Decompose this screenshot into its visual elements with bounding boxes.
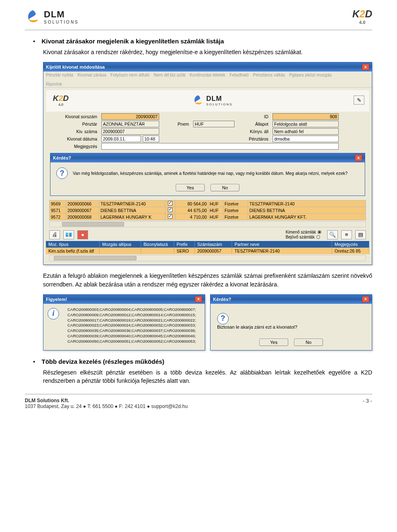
radio-bejovo[interactable]	[316, 235, 320, 239]
menu-item[interactable]: Folyószn nem átfutó	[110, 72, 150, 77]
menu-item[interactable]: Kontírozási tételek	[190, 72, 225, 77]
close-icon[interactable]: ×	[355, 155, 362, 161]
footer-company: DLM Solutions Kft.	[25, 398, 188, 403]
figyelem-list: CARO200800003;CARO200800004;CARO20080000…	[63, 304, 200, 348]
k2d-sub: 4.0	[359, 20, 365, 25]
col-header[interactable]: Megjegyzés	[332, 241, 369, 248]
scrollbar[interactable]	[49, 255, 366, 261]
footer-address: 1037 Budapest, Zay u. 24 ● T: 661 5500 ●…	[25, 403, 188, 409]
dlm-brand-text: DLM	[206, 94, 232, 103]
bullet-item-1: Kivonat zárásakor megjelenik a kiegyenlí…	[33, 38, 372, 45]
col-header[interactable]: Számlaszám	[195, 241, 232, 248]
megjegyzes-field[interactable]	[101, 143, 339, 150]
label: Pénztáros	[237, 136, 270, 141]
card-icon[interactable]: ●	[77, 230, 88, 239]
k2d-k: K	[53, 93, 59, 103]
search-icon[interactable]: 🔍	[327, 230, 338, 239]
col-header[interactable]: Mozgás altípus	[100, 241, 141, 248]
yes-button[interactable]: Yes	[176, 184, 205, 191]
label: Pnem	[162, 122, 191, 126]
label: Megjegyzés	[49, 144, 99, 149]
question-dialog: Kérdés? × ? Van még feldolgozatlan, kész…	[50, 153, 365, 196]
k2d-k: K	[352, 8, 359, 19]
bullet1-title: Kivonat zárásakor megjelenik a kiegyenlí…	[42, 38, 224, 45]
col-header[interactable]: Moz. típus	[46, 241, 100, 248]
label: Könyv. áll	[237, 129, 270, 134]
print-icon[interactable]: 🖨	[49, 230, 60, 239]
question-icon: ?	[56, 167, 68, 179]
no-button[interactable]: No	[210, 184, 239, 191]
toolbar: 🖨 💶 ● Kimenő számlák Bejövő számlák 🔍 ≡ …	[46, 228, 369, 241]
menu-item[interactable]: Pénztár nyitás	[46, 72, 74, 77]
allapot-field: Feldolgozás alatt	[273, 121, 339, 127]
filter-icon[interactable]: ▤	[355, 230, 366, 239]
question-title: Kérdés?	[53, 155, 71, 160]
close-icon[interactable]: ×	[362, 64, 369, 70]
kerdes2-dialog: Kérdés? × ? Biztosan le akarja zárni ezt…	[210, 294, 372, 351]
kivonat-sorszam-field[interactable]: 200900007	[101, 113, 159, 120]
date-field[interactable]: 2009.03.11.	[101, 136, 141, 142]
radio-kimeno[interactable]	[318, 230, 321, 234]
menu-item[interactable]: Pgépes pközi mozgás	[289, 72, 332, 77]
kivszama-field: 200900007	[101, 128, 159, 135]
form-area: Kivonat sorszám 200900007 ID 908 Pénztár…	[46, 112, 369, 151]
k2d-sub: 4.0	[58, 103, 63, 107]
k2d-logo: K2D 4.0	[352, 8, 372, 25]
edit-icon[interactable]: ✎	[354, 95, 364, 105]
label: Kiv. száma	[49, 129, 99, 134]
col-header[interactable]: Partner neve	[232, 241, 332, 248]
penztaros-field[interactable]: dmsdba	[273, 136, 339, 142]
col-header[interactable]: Bizonylatszá	[141, 241, 174, 248]
dlm-badge-icon	[25, 9, 41, 24]
bullet2-para: Részlegesen elkészült pénztár esetében i…	[43, 368, 372, 385]
yes-button[interactable]: Yes	[259, 339, 288, 346]
time-field[interactable]: 10:48	[143, 136, 159, 142]
radio-label: Kimenő számlák	[286, 230, 316, 234]
main-window: Kijelölt kivonat módosítása × Pénztár ny…	[43, 62, 372, 265]
label: Kivonat sorszám	[49, 114, 99, 119]
k2d-2: 2	[359, 8, 365, 19]
page-header: DLM SOLUTIONS K2D 4.0	[25, 8, 372, 28]
menu-item[interactable]: Riportok	[46, 81, 369, 86]
dlm-brand-sub: SOLUTIONS	[206, 103, 232, 106]
dlm-logo: DLM SOLUTIONS	[25, 9, 79, 24]
page-number: - 3 -	[363, 398, 372, 409]
list-icon[interactable]: ≡	[341, 230, 352, 239]
bullet2-title: Több deviza kezelés (részleges működés)	[42, 358, 165, 365]
table-row[interactable]: 95692009000066TESZTPARTNER-214080 564,00…	[50, 200, 366, 207]
question-text: Van még feldolgozatlan, készpénzes száml…	[73, 171, 348, 176]
kerdes2-title: Kérdés?	[213, 297, 231, 302]
cell	[100, 248, 141, 254]
menu-item[interactable]: Kivonat zárása	[78, 72, 106, 77]
scrollbar[interactable]	[49, 221, 366, 227]
pnem-field: HUF	[193, 121, 234, 127]
data-line-2[interactable]: Kim.szla befiz.(f.szla átf SERO 20090000…	[46, 248, 369, 254]
bullet-item-2: Több deviza kezelés (részleges működés)	[33, 358, 372, 365]
menu-item[interactable]: Nem átf.biz.szlái	[154, 72, 186, 77]
data-table: 95692009000066TESZTPARTNER-214080 564,00…	[49, 200, 366, 220]
main-window-titlebar: Kijelölt kivonat módosítása ×	[43, 62, 372, 72]
col-header[interactable]: Prefix	[174, 241, 195, 248]
bullet1-para: Kivonat zárásakor a rendszer rákérdez, h…	[43, 48, 372, 56]
window-logo-row: K2D 4.0 DLMSOLUTIONS ✎	[46, 90, 369, 112]
table-row[interactable]: 95712009000067DIENES BETTINA44 675,00HUF…	[50, 207, 366, 214]
question-icon: ?	[217, 313, 229, 324]
close-icon[interactable]: ×	[362, 296, 369, 303]
radio-label: Bejövő számlák	[286, 235, 315, 239]
id-field: 908	[273, 113, 339, 120]
cell	[141, 248, 174, 254]
no-button[interactable]: No	[294, 339, 323, 346]
label: Pénztár	[49, 122, 99, 126]
header-row-2: Moz. típus Mozgás altípus Bizonylatszá P…	[46, 241, 369, 248]
close-icon[interactable]: ×	[195, 296, 202, 303]
after-para: Ezután a felugró ablakon megjelennek a k…	[43, 272, 372, 289]
penztar-field: AZONNAL PÉNZTÁR	[101, 121, 159, 127]
menu-item[interactable]: Feladható	[230, 72, 249, 77]
table-row[interactable]: 95722009000068LAGERMAX HUNGARY K4 710,00…	[50, 214, 366, 220]
menu-item[interactable]: Pénztáros váltás	[253, 72, 285, 77]
figyelem-dialog: Figyelem! × i CARO200800003;CARO20080000…	[43, 294, 205, 351]
money-icon[interactable]: 💶	[63, 230, 74, 239]
cell: SERO	[174, 248, 195, 254]
k2d-2: 2	[59, 93, 63, 103]
cell: Onrész:26 85	[332, 248, 369, 254]
